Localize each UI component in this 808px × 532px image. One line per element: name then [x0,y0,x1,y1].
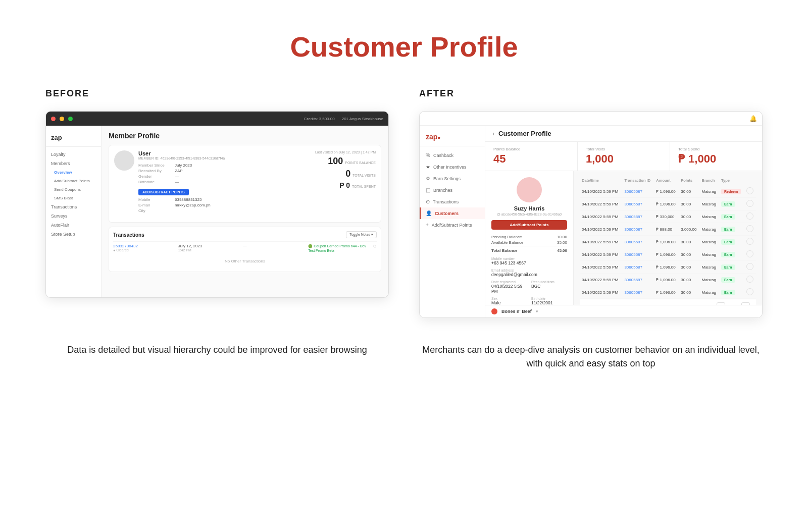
tx-action[interactable] [744,274,756,286]
after-add-subtract-btn[interactable]: Add/Subtract Points [491,220,567,230]
available-value: 35.00 [557,240,567,245]
sidebar-item-cashback[interactable]: % Cashback [420,149,485,161]
stats-card-points: Points Balance 45 [485,142,578,171]
label-city: City [138,208,174,213]
tx-type: Earn [719,198,744,210]
sidebar-item-store-setup[interactable]: Store Setup [46,230,101,239]
tx-id[interactable]: 30605587 [622,286,654,299]
before-tx-promo: 🟢 Coupon Earned Promo 644 - Dev Test Pro… [308,244,370,253]
stats-card-spend: Total Spend ₱ 1,000 [670,142,762,171]
tx-action[interactable] [744,198,756,210]
before-btn-wrap: ADD/SUBTRACT POINTS [138,186,309,195]
sidebar-item-transactions[interactable]: ⊙ Transactions [420,196,485,207]
maximize-dot [68,117,73,121]
transactions-table: Date/time Transaction ID Amount Points B… [580,176,756,299]
branch-chevron-icon[interactable]: ▾ [536,309,538,314]
before-user-name: User [138,150,309,156]
minimize-dot [60,117,64,121]
earn-settings-label: Earn Settings [433,176,461,181]
sidebar-item-customers[interactable]: 👤 Customers [420,207,485,219]
tx-id[interactable]: 30605587 [622,198,654,210]
tx-branch: Maisrag [700,286,719,299]
tx-action[interactable] [744,223,756,236]
mobile-value: +63 945 123 4567 [491,260,567,265]
before-profile-top: User MEMBER ID: 4623e4f0-2353-4f91-8383-… [114,150,376,213]
table-row: 25832788432 ● Cleared July 12, 2023 1:42… [113,241,377,255]
val-recruited-by: ZAP [175,169,309,173]
tx-action[interactable] [744,248,756,261]
sidebar-item-autoflair[interactable]: AutoFlair [46,221,101,230]
tx-id[interactable]: 30605587 [622,210,654,223]
sidebar-item-transactions[interactable]: Transactions [46,202,101,211]
pending-label: Pending Balance [491,235,522,239]
tx-type: Earn [719,236,744,248]
tx-branch: Maisrag [700,210,719,223]
pending-value: 10.00 [557,235,567,239]
sidebar-item-add-subtract[interactable]: + Add/Subtract Points [420,219,485,231]
customers-label: Customers [435,211,459,216]
col-type: Type [719,176,744,185]
tx-branch: Maisrag [700,236,719,248]
before-sidebar-logo: zap [46,131,101,147]
sidebar-item-branches[interactable]: ◫ Branches [420,184,485,196]
sidebar-item-loyalty[interactable]: Loyalty [46,150,101,159]
after-profile-name: Suzy Harris [491,205,567,211]
tx-action[interactable] [744,236,756,248]
customers-icon: 👤 [426,210,432,216]
tx-action[interactable] [744,261,756,274]
tx-amount: ₱ 888.00 [654,223,679,236]
sidebar-item-sms[interactable]: SMS Blast [46,194,101,202]
sidebar-item-send-coupons[interactable]: Send Coupons [46,185,101,194]
stats-card-visits: Total Visits 1,000 [578,142,670,171]
before-topbar-info: Credits: 3,500.00 [304,117,335,121]
tx-action[interactable] [744,210,756,223]
tx-id[interactable]: 30605587 [622,223,654,236]
after-topbar: 🔔 [420,112,762,126]
sidebar-item-overview[interactable]: Overview [46,168,101,177]
after-branch-bar: Bones n' Beef ▾ [485,305,762,317]
tx-id[interactable]: 30605587 [622,261,654,274]
incentives-icon: ★ [426,164,430,170]
after-avatar [517,177,542,202]
before-add-subtract-btn[interactable]: ADD/SUBTRACT POINTS [138,189,189,195]
sidebar-item-other-incentives[interactable]: ★ Other Incentives [420,161,485,173]
sidebar-item-surveys[interactable]: Surveys [46,211,101,221]
val-mobile: 639888831325 [175,197,309,202]
tx-id[interactable]: 30605587 [622,185,654,198]
after-sidebar: zap● % Cashback ★ Other Incentives ⚙ E [420,126,485,317]
sidebar-item-earn-settings[interactable]: ⚙ Earn Settings [420,173,485,184]
tx-points: 30.00 [679,261,699,274]
table-row: 04/10/2022 5:59 PM 30605587 ₱ 1,096.00 3… [580,286,756,299]
before-topbar: Credits: 3,500.00 201 Angus Steakhouse [46,112,388,126]
earn-settings-icon: ⚙ [426,176,430,181]
tx-action[interactable] [744,185,756,198]
close-dot [51,117,56,121]
birth-col: Birthdate 11/22/2001 [531,294,567,305]
before-caption-col: Data is detailed but visual hierarchy co… [45,343,389,370]
after-profile-panel: Suzy Harris @ abcde456-5fcb-4dfb-8c28-0a… [485,171,574,305]
birthdate-label: Birthdate [531,297,567,300]
branch-name: Bones n' Beef [501,309,532,314]
tx-id[interactable]: 30605587 [622,236,654,248]
col-datetime: Date/time [580,176,622,185]
available-label: Available Balance [491,240,523,245]
before-toggle-notes-btn[interactable]: Toggle Notes ▾ [346,231,377,238]
tx-id[interactable]: 30605587 [622,248,654,261]
before-topbar-branch: 201 Angus Steakhouse [342,117,383,121]
back-button[interactable]: ‹ [492,130,494,137]
sex-value: Male [491,300,527,305]
tx-branch: Maisrag [700,198,719,210]
label-recruited-by: Recruited By [138,169,174,173]
tx-date: 04/10/2022 5:59 PM [580,185,622,198]
table-row: 04/10/2022 5:59 PM 30605587 ₱ 1,096.00 3… [580,236,756,248]
tx-id[interactable]: 30605587 [622,274,654,286]
sidebar-item-members[interactable]: Members [46,159,101,168]
before-caption: Data is detailed but visual hierarchy co… [45,343,389,357]
label-birthdate: Birthdate [138,180,174,184]
val-member-since: July 2023 [175,163,309,168]
before-tx-header: Transactions Toggle Notes ▾ [113,231,377,238]
label-mobile: Mobile [138,197,174,202]
sidebar-item-add-subtract[interactable]: Add/Subtract Points [46,177,101,185]
tx-action[interactable] [744,286,756,299]
recruited-col: Recruited from BGC [531,277,567,294]
